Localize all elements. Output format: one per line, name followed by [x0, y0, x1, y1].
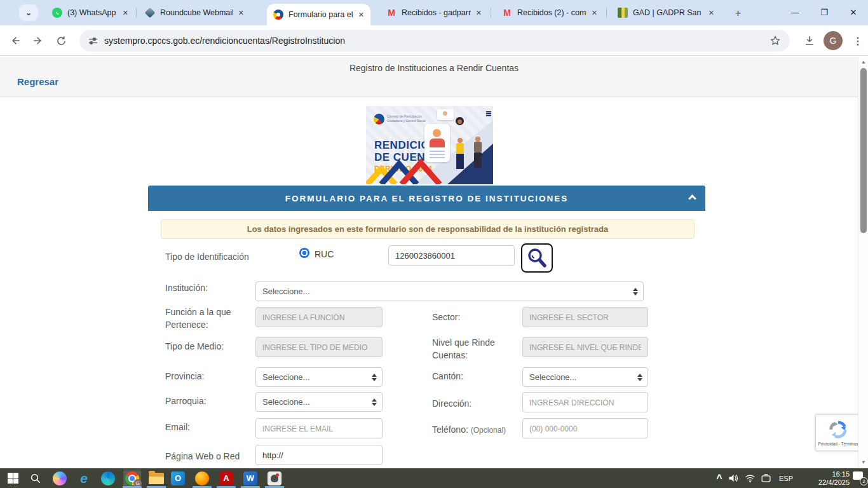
notification-center-button[interactable]: 2: [853, 471, 865, 484]
tab-formulario-active[interactable]: Formulario para el re ✕: [267, 4, 370, 25]
download-icon: [804, 35, 815, 46]
display-connect-icon[interactable]: [761, 468, 771, 488]
parroquia-select[interactable]: Seleccione...: [255, 392, 383, 412]
firefox-icon[interactable]: [193, 470, 211, 487]
label-provincia: Provincia:: [165, 370, 204, 383]
close-icon[interactable]: ✕: [358, 11, 364, 19]
site-settings-icon[interactable]: [88, 36, 98, 46]
canton-select[interactable]: Seleccione...: [522, 367, 648, 387]
tipo-medio-input: [255, 337, 383, 357]
close-icon[interactable]: ✕: [709, 9, 714, 17]
label-telefono: Teléfono: (Opcional): [432, 423, 506, 437]
profile-avatar[interactable]: G: [824, 31, 843, 50]
language-indicator[interactable]: ESP: [779, 468, 793, 488]
close-icon[interactable]: ✕: [592, 9, 597, 17]
pagina-web-input[interactable]: [255, 445, 383, 465]
tab-gmail-2[interactable]: M Recibidos (2) - comp ✕: [496, 0, 604, 25]
internet-explorer-icon[interactable]: e: [75, 470, 93, 487]
bookmark-star-icon[interactable]: [770, 35, 781, 46]
label-ruc: RUC: [315, 248, 334, 261]
notification-count-badge: 2: [860, 477, 868, 485]
tab-title: (3) WhatsApp: [67, 8, 118, 17]
scrollbar-thumb[interactable]: [860, 68, 867, 233]
direccion-input[interactable]: [522, 392, 648, 412]
restore-button[interactable]: ❐: [810, 0, 839, 24]
tab-separator: [491, 8, 491, 18]
tab-whatsapp[interactable]: (3) WhatsApp ✕: [46, 0, 135, 25]
page-title: Registro de Instituciones a Rendir Cuent…: [0, 63, 868, 73]
chrome-taskbar-icon[interactable]: G: [123, 470, 141, 487]
acrobat-icon[interactable]: A: [217, 470, 235, 487]
recaptcha-terms[interactable]: Privacidad - Términos: [816, 442, 860, 446]
form-header-title: FORMULARIO PARA EL REGISTRO DE INSTITUCI…: [285, 194, 569, 203]
banner-person-portrait: [456, 117, 464, 125]
scroll-up-arrow[interactable]: ▲: [858, 58, 868, 67]
url-bar[interactable]: systempro.cpccs.gob.ec/rendicioncuentas/…: [79, 30, 790, 51]
sector-input: [522, 307, 648, 327]
banner-mini-card: [437, 109, 454, 120]
telefono-input[interactable]: [522, 418, 648, 438]
browser-menu-button[interactable]: ⋮: [850, 30, 865, 51]
banner-chevrons: [366, 159, 442, 184]
refresh-button[interactable]: [51, 30, 71, 51]
plus-icon: +: [735, 7, 742, 20]
tab-title: Formulario para el re: [288, 10, 353, 19]
back-arrow-icon: [10, 35, 21, 46]
tab-title: GAD | GADPR San Jua: [633, 8, 703, 17]
downloads-button[interactable]: [799, 30, 820, 51]
tray-clock[interactable]: 16:15 22/4/2025: [802, 470, 850, 487]
back-button[interactable]: [5, 30, 25, 51]
browser-tab-strip: ⌄ (3) WhatsApp ✕ Roundcube Webmail ✕ For…: [0, 0, 868, 25]
tab-title: Recibidos - gadparro: [402, 8, 471, 17]
url-text[interactable]: systempro.cpccs.gob.ec/rendicioncuentas/…: [104, 36, 763, 46]
close-icon[interactable]: ✕: [123, 9, 128, 17]
outlook-icon[interactable]: O: [169, 470, 187, 487]
collapse-chevron-icon[interactable]: [688, 194, 696, 203]
close-icon[interactable]: ✕: [476, 9, 482, 17]
form-panel-header[interactable]: FORMULARIO PARA EL REGISTRO DE INSTITUCI…: [148, 186, 705, 211]
recaptcha-icon: [829, 420, 848, 439]
three-dots-icon: ⋮: [853, 35, 863, 47]
start-button[interactable]: [4, 470, 22, 487]
page-viewport: Registro de Instituciones a Rendir Cuent…: [0, 57, 868, 468]
minimize-button[interactable]: —: [780, 0, 810, 24]
ruc-number-input[interactable]: [388, 245, 515, 266]
tab-roundcube[interactable]: Roundcube Webmail ✕: [139, 0, 250, 25]
select-arrows-icon: [372, 398, 377, 406]
institucion-select[interactable]: Seleccione...: [255, 281, 644, 301]
tab-search-button[interactable]: ⌄: [19, 4, 38, 21]
tab-gad[interactable]: GAD | GADPR San Jua ✕: [611, 0, 721, 25]
taskbar-search-button[interactable]: [27, 470, 44, 487]
label-telefono-opcional: (Opcional): [471, 426, 506, 435]
close-icon[interactable]: ✕: [238, 9, 244, 17]
provincia-select[interactable]: Seleccione...: [255, 367, 383, 387]
volume-icon[interactable]: [728, 468, 739, 488]
tab-gmail-1[interactable]: M Recibidos - gadparro ✕: [380, 0, 488, 25]
nivel-input: [522, 337, 648, 357]
java-app-icon[interactable]: [266, 470, 283, 487]
email-input[interactable]: [255, 418, 383, 438]
word-icon[interactable]: W: [241, 470, 259, 487]
close-window-button[interactable]: ✕: [839, 0, 868, 24]
search-ruc-button[interactable]: [521, 243, 553, 273]
file-explorer-icon[interactable]: [147, 470, 165, 487]
wifi-icon[interactable]: [745, 468, 756, 488]
whatsapp-icon: [52, 8, 62, 18]
restore-icon: ❐: [820, 8, 828, 17]
copilot-icon[interactable]: [51, 470, 69, 487]
search-icon: [526, 247, 548, 269]
new-tab-button[interactable]: +: [729, 4, 747, 22]
label-institucion: Institución:: [165, 281, 208, 294]
scroll-down-arrow[interactable]: ▼: [858, 458, 868, 467]
ruc-radio[interactable]: [299, 248, 309, 258]
forward-button[interactable]: [28, 30, 48, 51]
label-tipo-identificacion: Tipo de Identificación: [165, 250, 249, 263]
provincia-selected-value: Seleccione...: [262, 372, 309, 382]
edge-icon[interactable]: [99, 470, 117, 487]
gmail-icon: M: [386, 8, 397, 18]
tray-expand-button[interactable]: ^: [713, 468, 726, 488]
page-scrollbar[interactable]: ▲ ▼: [858, 57, 868, 468]
funcion-input: [255, 307, 383, 327]
regresar-link[interactable]: Regresar: [17, 76, 58, 87]
responsibility-alert: Los datos ingresados en este formulario …: [161, 219, 695, 239]
